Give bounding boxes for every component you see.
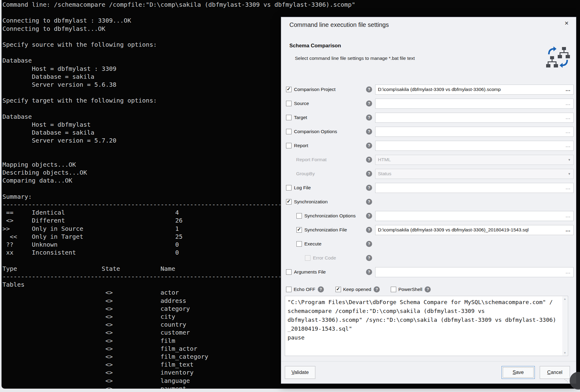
report-label-area: Report xyxy=(286,143,366,148)
source-help-icon[interactable]: ? xyxy=(366,100,372,107)
comparison-options-browse-button: … xyxy=(565,129,571,135)
scroll-down-icon[interactable]: ▼ xyxy=(562,350,567,355)
groupby-dropdown[interactable]: Status▼ xyxy=(375,169,574,179)
resize-grip[interactable]: ⋱ xyxy=(564,378,568,383)
arguments-file-label-area: Arguments File xyxy=(286,269,366,275)
report-checkbox[interactable] xyxy=(286,143,292,148)
powershell-checkbox[interactable] xyxy=(391,287,396,292)
synchronization-options-label-area: Synchronization Options xyxy=(286,213,366,219)
synchronization-options-input[interactable]: … xyxy=(375,211,574,221)
synchronization-help-icon[interactable]: ? xyxy=(366,199,372,205)
groupby-label-area: GroupBy xyxy=(286,171,366,176)
groupby-value: Status xyxy=(378,171,568,176)
source-checkbox[interactable] xyxy=(286,101,292,106)
source-input[interactable]: … xyxy=(375,99,574,109)
arguments-file-checkbox[interactable] xyxy=(286,269,292,275)
comparison-project-browse-button[interactable]: … xyxy=(565,86,571,93)
synchronization-options-label: Synchronization Options xyxy=(304,213,356,219)
dialog-subtitle: Select command line file settings to man… xyxy=(295,56,415,61)
report-help-icon[interactable]: ? xyxy=(366,143,372,149)
report-format-value: HTML xyxy=(378,157,568,162)
comparison-options-label-area: Comparison Options xyxy=(286,129,366,134)
bat-text-box[interactable]: "C:\Program Files\Devart\dbForge Schema … xyxy=(285,296,568,356)
arguments-file-help-icon[interactable]: ? xyxy=(366,269,372,275)
echo-off-checkbox[interactable] xyxy=(286,287,292,292)
log-file-checkbox[interactable] xyxy=(286,185,292,191)
powershell-label: PowerShell xyxy=(398,287,422,292)
target-help-icon[interactable]: ? xyxy=(366,114,372,121)
arguments-file-field-area: … xyxy=(375,267,574,277)
comparison-options-help-icon[interactable]: ? xyxy=(366,129,372,135)
keep-opened-checkbox[interactable] xyxy=(335,287,341,292)
synchronization-file-label-area: Synchronization File xyxy=(286,227,366,233)
arguments-file-input[interactable]: … xyxy=(375,267,574,277)
setting-row-report-format: Report Format?HTML▼ xyxy=(286,153,571,167)
bat-text: "C:\Program Files\Devart\dbForge Schema … xyxy=(285,296,568,343)
comparison-options-input[interactable]: … xyxy=(375,127,574,137)
synchronization-file-input[interactable]: D:\comp\sakila (dbfmylast-3309 vs dbfmyl… xyxy=(375,225,574,235)
groupby-help-icon[interactable]: ? xyxy=(366,171,372,177)
log-file-label: Log File xyxy=(294,185,311,191)
setting-row-comparison-project: Comparison Project?D:\comp\sakila (dbfmy… xyxy=(286,82,571,96)
error-code-label-area: Error Code xyxy=(286,255,366,261)
error-code-label: Error Code xyxy=(313,255,336,261)
save-button-label: Save xyxy=(513,370,524,375)
synchronization-label-area: Synchronization xyxy=(286,199,366,205)
report-format-field-area: HTML▼ xyxy=(375,155,574,165)
source-label-area: Source xyxy=(286,101,366,106)
schema-comparison-heading: Schema Comparison xyxy=(289,43,341,49)
execute-label-area: Execute xyxy=(286,241,366,247)
comparison-project-input[interactable]: D:\comp\sakila (dbfmylast-3309 vs dbfmyl… xyxy=(375,85,574,95)
report-format-dropdown[interactable]: HTML▼ xyxy=(375,155,574,165)
arguments-file-browse-button: … xyxy=(565,269,571,275)
comparison-project-label: Comparison Project xyxy=(294,87,335,92)
cancel-button[interactable]: Cancel xyxy=(540,366,570,379)
log-file-help-icon[interactable]: ? xyxy=(366,185,372,191)
report-format-dropdown-arrow-icon[interactable]: ▼ xyxy=(568,158,571,162)
arguments-file-label: Arguments File xyxy=(294,269,326,275)
log-file-input[interactable]: … xyxy=(375,183,574,193)
powershell-help-icon[interactable]: ? xyxy=(425,286,431,292)
groupby-dropdown-arrow-icon[interactable]: ▼ xyxy=(568,172,571,176)
bat-text-scrollbar[interactable]: ▲ ▼ xyxy=(562,296,567,355)
log-file-label-area: Log File xyxy=(286,185,366,191)
execute-help-icon[interactable]: ? xyxy=(366,241,372,247)
setting-row-log-file: Log File?… xyxy=(286,181,571,195)
error-code-checkbox[interactable] xyxy=(305,255,310,261)
synchronization-file-value: D:\comp\sakila (dbfmylast-3309 vs dbfmyl… xyxy=(378,227,565,233)
synchronization-file-browse-button[interactable]: … xyxy=(565,227,571,233)
comparison-project-checkbox[interactable] xyxy=(286,87,292,92)
target-label-area: Target xyxy=(286,115,366,120)
synchronization-checkbox[interactable] xyxy=(286,199,292,205)
report-input[interactable]: … xyxy=(375,141,574,151)
comparison-project-label-area: Comparison Project xyxy=(286,87,366,92)
echo-off-help-icon[interactable]: ? xyxy=(318,286,324,292)
option-echo-off: Echo OFF? xyxy=(286,284,324,295)
comparison-project-help-icon[interactable]: ? xyxy=(366,86,372,93)
option-keep-opened: Keep opened? xyxy=(335,284,380,295)
target-input[interactable]: … xyxy=(375,113,574,123)
setting-row-source: Source?… xyxy=(286,96,571,111)
synchronization-file-help-icon[interactable]: ? xyxy=(366,227,372,233)
comparison-options-checkbox[interactable] xyxy=(286,129,292,134)
dialog-footer: Validate Save Cancel xyxy=(281,361,576,383)
synchronization-options-help-icon[interactable]: ? xyxy=(366,213,372,219)
close-icon[interactable]: ✕ xyxy=(563,20,571,27)
report-format-help-icon[interactable]: ? xyxy=(366,157,372,163)
target-checkbox[interactable] xyxy=(286,115,292,120)
synchronization-file-checkbox[interactable] xyxy=(296,227,302,233)
validate-button[interactable]: Validate xyxy=(285,366,315,379)
execute-checkbox[interactable] xyxy=(296,241,302,247)
scroll-up-icon[interactable]: ▲ xyxy=(562,296,567,301)
source-label: Source xyxy=(294,101,309,106)
report-field-area: … xyxy=(375,141,574,151)
schema-compare-icon xyxy=(546,45,570,70)
synchronization-options-checkbox[interactable] xyxy=(296,213,302,219)
synchronization-file-field-area: D:\comp\sakila (dbfmylast-3309 vs dbfmyl… xyxy=(375,225,574,235)
keep-opened-help-icon[interactable]: ? xyxy=(374,286,380,292)
target-field-area: … xyxy=(375,113,574,123)
keep-opened-label: Keep opened xyxy=(343,287,371,292)
save-button[interactable]: Save xyxy=(502,366,535,379)
error-code-help-icon[interactable]: ? xyxy=(366,255,372,261)
dialog-title: Command line execution file settings xyxy=(289,21,389,28)
